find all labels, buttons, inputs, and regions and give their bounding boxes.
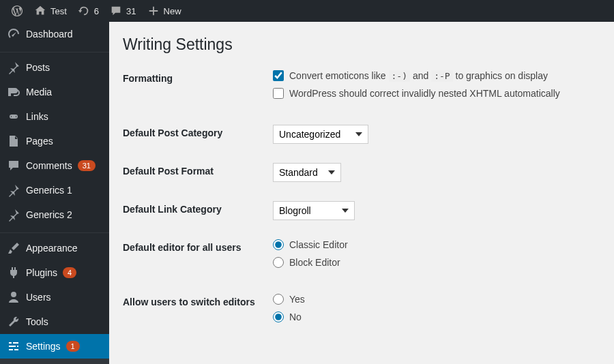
pin-icon (7, 208, 20, 222)
adminbar-comments-count: 31 (126, 6, 136, 16)
page-title: Writing Settings (123, 35, 600, 54)
default-format-label: Default Post Format (123, 163, 273, 177)
refresh-icon (78, 5, 90, 17)
page-icon (7, 134, 20, 148)
correct-xhtml-option[interactable]: WordPress should correct invalidly neste… (273, 88, 600, 99)
menu-comments[interactable]: Comments 31 (0, 153, 109, 178)
editor-block-option[interactable]: Block Editor (273, 257, 600, 268)
comment-icon (7, 159, 20, 172)
allow-switch-no-radio[interactable] (273, 312, 284, 322)
link-icon (7, 110, 20, 123)
menu-label: Media (26, 87, 52, 97)
site-name: Test (50, 6, 67, 16)
sliders-icon (7, 339, 20, 353)
menu-settings[interactable]: Settings 1 (0, 334, 109, 359)
updates-count: 6 (94, 6, 99, 16)
convert-emoticons-text: Convert emoticons like :-) and :-P to gr… (289, 70, 548, 81)
menu-label: Users (26, 292, 51, 303)
updates-link[interactable]: 6 (72, 0, 104, 22)
allow-switch-label: Allow users to switch editors (123, 294, 273, 307)
menu-label: Posts (26, 62, 50, 73)
menu-tools[interactable]: Tools (0, 309, 109, 334)
menu-pages[interactable]: Pages (0, 129, 109, 153)
editor-classic-radio[interactable] (273, 239, 284, 250)
editor-classic-text: Classic Editor (289, 239, 348, 250)
menu-appearance[interactable]: Appearance (0, 236, 109, 260)
menu-label: Links (26, 111, 48, 122)
admin-sidebar: Dashboard Posts Media Links Pages Commen… (0, 22, 109, 364)
default-category-select[interactable]: Uncategorized (273, 125, 368, 144)
site-name-link[interactable]: Test (29, 0, 72, 22)
menu-links[interactable]: Links (0, 104, 109, 129)
brush-icon (7, 241, 20, 255)
convert-emoticons-option[interactable]: Convert emoticons like :-) and :-P to gr… (273, 70, 600, 81)
content-area: Writing Settings Formatting Convert emot… (109, 22, 614, 364)
menu-generics-1[interactable]: Generics 1 (0, 178, 109, 202)
user-icon (7, 290, 20, 304)
default-link-cat-label: Default Link Category (123, 201, 273, 215)
menu-dashboard[interactable]: Dashboard (0, 22, 109, 46)
submenu-general[interactable]: General (0, 359, 109, 364)
comments-link[interactable]: 31 (104, 0, 141, 22)
menu-label: Generics 2 (26, 209, 72, 220)
editor-block-text: Block Editor (289, 257, 340, 268)
menu-users[interactable]: Users (0, 285, 109, 309)
comments-badge: 31 (78, 160, 96, 171)
plug-icon (7, 266, 20, 279)
menu-label: Tools (26, 316, 48, 327)
menu-label: Dashboard (26, 29, 73, 40)
correct-xhtml-text: WordPress should correct invalidly neste… (289, 88, 560, 99)
pin-icon (7, 183, 20, 197)
menu-label: Plugins (26, 267, 57, 278)
comment-icon (110, 5, 122, 17)
default-editor-label: Default editor for all users (123, 239, 273, 253)
menu-label: Settings (26, 341, 61, 352)
plus-icon (147, 5, 160, 17)
menu-label: Pages (26, 136, 53, 147)
wp-logo[interactable] (5, 0, 29, 22)
allow-switch-no-option[interactable]: No (273, 312, 600, 322)
editor-classic-option[interactable]: Classic Editor (273, 239, 600, 250)
menu-plugins[interactable]: Plugins 4 (0, 260, 109, 285)
allow-switch-yes-radio[interactable] (273, 294, 284, 305)
correct-xhtml-checkbox[interactable] (273, 88, 284, 99)
menu-label: Comments (26, 160, 72, 171)
allow-switch-yes-text: Yes (289, 294, 305, 305)
plugins-badge: 4 (63, 267, 76, 278)
menu-label: Appearance (26, 243, 78, 254)
dashboard-icon (7, 27, 20, 41)
new-content-link[interactable]: New (142, 0, 187, 22)
menu-media[interactable]: Media (0, 80, 109, 104)
formatting-label: Formatting (123, 70, 273, 84)
pin-icon (7, 61, 20, 74)
menu-posts[interactable]: Posts (0, 55, 109, 80)
wordpress-icon (11, 5, 23, 17)
default-format-select[interactable]: Standard (273, 163, 341, 182)
media-icon (7, 85, 20, 99)
menu-label: Generics 1 (26, 185, 72, 196)
allow-switch-no-text: No (289, 312, 302, 322)
settings-badge: 1 (66, 341, 80, 352)
default-link-cat-select[interactable]: Blogroll (273, 201, 355, 220)
new-label: New (164, 6, 181, 16)
admin-bar: Test 6 31 New (0, 0, 614, 22)
editor-block-radio[interactable] (273, 257, 284, 268)
default-category-label: Default Post Category (123, 125, 273, 138)
home-icon (34, 5, 46, 17)
allow-switch-yes-option[interactable]: Yes (273, 294, 600, 305)
convert-emoticons-checkbox[interactable] (273, 70, 284, 81)
menu-generics-2[interactable]: Generics 2 (0, 202, 109, 227)
wrench-icon (7, 315, 20, 329)
